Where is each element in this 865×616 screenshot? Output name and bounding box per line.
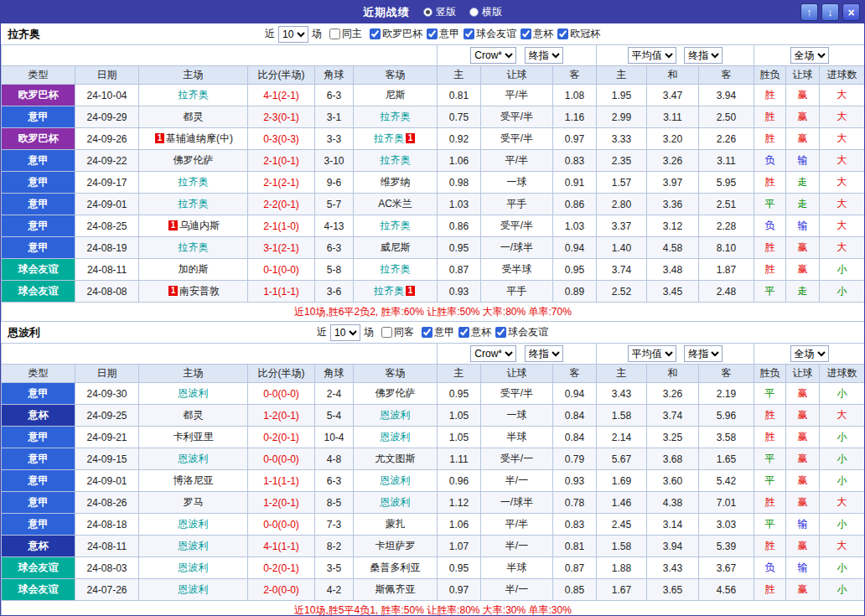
bookmaker-select[interactable]: Crow*	[470, 47, 516, 64]
team-name: 尼斯	[386, 89, 406, 101]
away-team: 拉齐奥1	[354, 128, 438, 150]
section-header: 恩波利 近 10 场 同客 意甲意杯球会友谊	[1, 322, 864, 343]
match-count-select[interactable]: 10	[330, 324, 360, 341]
league-filter[interactable]: 球会友谊	[464, 27, 516, 41]
average-select[interactable]: 平均值	[628, 345, 676, 362]
handicap-away-odds: 0.86	[553, 194, 597, 215]
score: 0-0(0-0)	[248, 383, 315, 405]
radio-selected-icon[interactable]	[423, 8, 432, 17]
col-score: 比分(半场)	[248, 365, 315, 383]
col-date: 日期	[75, 365, 139, 383]
corners: 3-1	[315, 106, 354, 128]
league-checkbox[interactable]	[495, 327, 506, 338]
score: 0-2(0-1)	[248, 557, 315, 579]
team-name: 尤文图斯	[376, 453, 416, 464]
handicap-index-select[interactable]: 终指	[525, 345, 563, 362]
blank-header-cell	[2, 344, 438, 365]
corners: 6-3	[315, 85, 354, 106]
col-score: 比分(半场)	[248, 66, 315, 85]
radio-unselected-icon[interactable]	[469, 8, 479, 17]
scroll-up-button[interactable]: ↑	[800, 3, 818, 21]
odds-home: 3.43	[597, 383, 647, 405]
match-row: 意甲24-09-17拉齐奥2-1(2-1)9-6维罗纳0.98一球0.911.5…	[2, 172, 865, 194]
league-filter[interactable]: 意杯	[458, 325, 491, 339]
same-venue-filter[interactable]: 同客	[381, 325, 414, 339]
same-venue-filter[interactable]: 同主	[329, 27, 362, 41]
average-select[interactable]: 平均值	[628, 47, 676, 64]
result: 负	[754, 150, 786, 172]
match-date: 24-08-08	[75, 281, 139, 303]
league-checkbox[interactable]	[370, 28, 381, 39]
scroll-down-button[interactable]: ↓	[821, 3, 839, 21]
odds-draw: 3.47	[647, 85, 699, 106]
league-filter[interactable]: 欧冠杯	[557, 27, 600, 41]
handicap-away-odds: 0.87	[553, 557, 597, 579]
close-button[interactable]: ×	[842, 3, 860, 21]
handicap-away-odds: 0.95	[553, 259, 597, 281]
goals-result: 小	[820, 514, 865, 536]
league-filter[interactable]: 意甲	[427, 27, 459, 41]
full-match-select[interactable]: 全场	[790, 345, 829, 362]
goals-result: 大	[820, 237, 865, 259]
full-match-select[interactable]: 全场	[790, 47, 829, 64]
same-venue-checkbox[interactable]	[329, 28, 340, 39]
league-filter[interactable]: 意杯	[521, 27, 553, 41]
odds-config-row: Crow* 终指 平均值 终指 全场	[2, 45, 865, 66]
odds-draw: 3.14	[647, 514, 699, 536]
league-checkbox[interactable]	[521, 28, 531, 39]
handicap-line: 一球	[481, 405, 553, 427]
handicap-away-odds: 0.81	[553, 536, 597, 557]
col-result: 胜负	[754, 365, 786, 383]
corners: 3-3	[315, 128, 354, 150]
handicap-away-odds: 0.94	[553, 237, 597, 259]
bookmaker-select[interactable]: Crow*	[470, 345, 516, 362]
goals-result: 小	[820, 557, 865, 579]
match-row: 欧罗巴杯24-10-04拉齐奥4-1(2-1)6-3尼斯0.81平/半1.081…	[2, 85, 865, 106]
odds-draw: 3.36	[647, 194, 699, 215]
odds-home: 1.67	[597, 579, 647, 601]
red-card-badge: 1	[406, 286, 415, 296]
handicap-away-odds: 1.16	[553, 106, 597, 128]
league-checkbox[interactable]	[557, 28, 568, 39]
score: 3-1(2-1)	[248, 237, 315, 259]
handicap-home-odds: 1.05	[438, 405, 481, 427]
result: 平	[754, 383, 786, 405]
team-name: 拉齐奥	[179, 241, 209, 253]
filter-bar: 近 10 场 同主 欧罗巴杯意甲球会友谊意杯欧冠杯	[265, 26, 600, 43]
home-team: 佛罗伦萨	[139, 150, 248, 172]
league-filter[interactable]: 意甲	[422, 325, 454, 339]
score: 0-3(0-3)	[248, 128, 315, 150]
odds-away: 4.56	[699, 579, 754, 601]
home-team: 都灵	[139, 405, 248, 427]
match-count-select[interactable]: 10	[278, 26, 308, 43]
home-team: 罗马	[139, 492, 248, 514]
league-filter[interactable]: 欧罗巴杯	[370, 27, 422, 41]
odds-home: 5.67	[597, 448, 647, 470]
home-team: 恩波利	[139, 536, 248, 557]
handicap-index-select[interactable]: 终指	[525, 47, 563, 64]
league-label: 欧冠杯	[570, 27, 600, 41]
handicap-result: 输	[786, 150, 820, 172]
odds-home: 2.14	[597, 427, 647, 448]
handicap-home-odds: 1.07	[438, 536, 481, 557]
goals-result: 大	[820, 128, 865, 150]
league-checkbox[interactable]	[427, 28, 438, 39]
league-checkbox[interactable]	[464, 28, 474, 39]
handicap-line: 受平/半	[481, 128, 553, 150]
same-venue-checkbox[interactable]	[381, 327, 392, 338]
europe-index-select[interactable]: 终指	[684, 345, 723, 362]
europe-index-select[interactable]: 终指	[684, 47, 723, 64]
match-date: 24-08-19	[75, 237, 139, 259]
layout-vertical-radio[interactable]: 竖版	[423, 5, 456, 19]
corners: 2-4	[315, 383, 354, 405]
league-badge: 意甲	[2, 492, 75, 514]
odds-draw: 3.26	[647, 383, 699, 405]
layout-horizontal-radio[interactable]: 横版	[469, 5, 502, 19]
summary-row: 近10场,胜6平2负2, 胜率:60% 让胜率:50% 大率:80% 单率:70…	[2, 303, 865, 322]
league-checkbox[interactable]	[458, 327, 469, 338]
league-checkbox[interactable]	[422, 327, 432, 338]
league-filter[interactable]: 球会友谊	[495, 325, 548, 339]
corners: 8-5	[315, 492, 354, 514]
handicap-line: 平/半	[481, 514, 553, 536]
handicap-home-odds: 0.95	[438, 237, 481, 259]
